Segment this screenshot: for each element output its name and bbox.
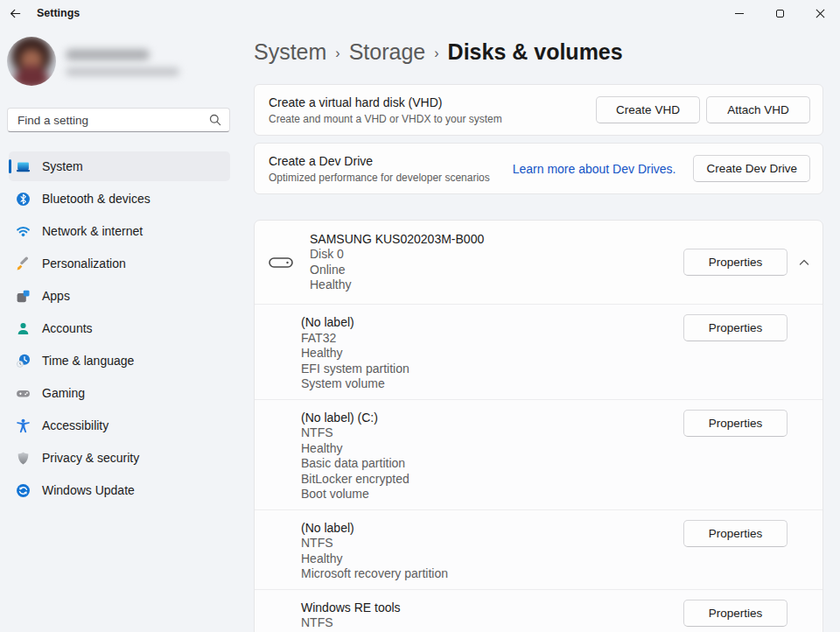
user-name-blurred bbox=[66, 49, 150, 60]
privacy-security-icon bbox=[16, 451, 31, 466]
window-title: Settings bbox=[37, 7, 80, 19]
window-controls bbox=[719, 0, 840, 26]
sidebar-item-label: Accounts bbox=[42, 321, 93, 335]
volume-properties-button[interactable]: Properties bbox=[683, 410, 788, 437]
gaming-icon bbox=[16, 386, 31, 401]
vhd-card-actions: Create VHD Attach VHD bbox=[596, 96, 810, 123]
sidebar-item-personalization[interactable]: Personalization bbox=[9, 249, 230, 278]
sidebar-item-label: Network & internet bbox=[42, 224, 143, 238]
volume-properties-button[interactable]: Properties bbox=[683, 520, 788, 547]
disk-name: SAMSUNG KUS020203M-B000 bbox=[310, 232, 484, 248]
accessibility-icon bbox=[16, 418, 31, 433]
sidebar: System Bluetooth & devices Network & int… bbox=[0, 26, 245, 632]
sidebar-nav: System Bluetooth & devices Network & int… bbox=[9, 151, 230, 508]
volume-detail: System volume bbox=[301, 376, 822, 392]
main-content: System › Storage › Disks & volumes Creat… bbox=[254, 26, 823, 632]
attach-vhd-button[interactable]: Attach VHD bbox=[706, 96, 810, 123]
volume-detail: Healthy bbox=[301, 441, 822, 457]
page-title: Disks & volumes bbox=[448, 39, 623, 65]
system-icon bbox=[16, 159, 31, 174]
user-email-blurred bbox=[66, 67, 179, 76]
sidebar-item-label: Personalization bbox=[42, 256, 126, 270]
breadcrumb-separator-icon: › bbox=[425, 46, 447, 61]
dev-drive-card-title: Create a Dev Drive bbox=[269, 154, 490, 168]
disk-detail: Disk 0 bbox=[310, 247, 484, 263]
dev-drive-learn-more-link[interactable]: Learn more about Dev Drives. bbox=[513, 162, 676, 176]
sidebar-item-system[interactable]: System bbox=[9, 151, 230, 181]
sidebar-item-time-language[interactable]: Time & language bbox=[9, 346, 230, 376]
sidebar-item-label: System bbox=[42, 159, 83, 173]
create-vhd-button[interactable]: Create VHD bbox=[596, 96, 700, 123]
disk-expander-card: SAMSUNG KUS020203M-B000 Disk 0 Online He… bbox=[254, 220, 823, 632]
dev-drive-card-text: Create a Dev Drive Optimized performance… bbox=[269, 154, 490, 184]
volume-properties-button[interactable]: Properties bbox=[683, 600, 788, 627]
time-language-icon bbox=[16, 354, 31, 369]
sidebar-item-gaming[interactable]: Gaming bbox=[9, 378, 230, 408]
sidebar-item-label: Windows Update bbox=[42, 483, 135, 497]
disk-detail: Healthy bbox=[310, 277, 484, 293]
sidebar-item-windows-update[interactable]: Windows Update bbox=[9, 475, 230, 505]
titlebar: Settings bbox=[0, 0, 840, 26]
settings-window: Settings System bbox=[0, 0, 840, 632]
accounts-icon bbox=[16, 321, 31, 336]
minimize-button[interactable] bbox=[719, 0, 760, 26]
search-input[interactable] bbox=[7, 108, 230, 132]
back-icon bbox=[9, 7, 22, 20]
breadcrumb: System › Storage › Disks & volumes bbox=[254, 39, 823, 65]
sidebar-item-bluetooth-devices[interactable]: Bluetooth & devices bbox=[9, 184, 230, 214]
volume-row-c-drive: (No label) (C:) NTFS Healthy Basic data … bbox=[255, 399, 822, 509]
disk-text: SAMSUNG KUS020203M-B000 Disk 0 Online He… bbox=[310, 232, 484, 293]
volume-detail: Microsoft recovery partition bbox=[301, 566, 822, 582]
sidebar-item-label: Time & language bbox=[42, 354, 134, 368]
close-icon bbox=[816, 9, 825, 18]
network-icon bbox=[16, 224, 31, 239]
user-profile[interactable] bbox=[7, 37, 234, 98]
vhd-card-text: Create a virtual hard disk (VHD) Create … bbox=[269, 95, 502, 125]
maximize-icon bbox=[776, 10, 784, 18]
volume-row-recovery: (No label) NTFS Healthy Microsoft recove… bbox=[255, 509, 822, 589]
breadcrumb-separator-icon: › bbox=[326, 46, 348, 61]
disk-header[interactable]: SAMSUNG KUS020203M-B000 Disk 0 Online He… bbox=[255, 221, 822, 304]
volume-detail: Healthy bbox=[301, 346, 822, 362]
avatar bbox=[7, 37, 56, 86]
dev-drive-card-actions: Learn more about Dev Drives. Create Dev … bbox=[513, 155, 810, 182]
vhd-card: Create a virtual hard disk (VHD) Create … bbox=[254, 84, 823, 136]
avatar-photo-blurred bbox=[7, 37, 56, 86]
create-dev-drive-button[interactable]: Create Dev Drive bbox=[693, 155, 810, 182]
chevron-up-icon[interactable] bbox=[797, 256, 811, 270]
sidebar-item-network-internet[interactable]: Network & internet bbox=[9, 216, 230, 246]
search-box bbox=[7, 108, 230, 132]
breadcrumb-storage[interactable]: Storage bbox=[349, 39, 426, 65]
disk-drive-icon bbox=[269, 256, 293, 270]
disk-detail: Online bbox=[310, 263, 484, 278]
volume-detail: EFI system partition bbox=[301, 362, 822, 377]
sidebar-item-label: Apps bbox=[42, 289, 70, 303]
volume-detail: Boot volume bbox=[301, 487, 822, 502]
dev-drive-card: Create a Dev Drive Optimized performance… bbox=[254, 143, 823, 194]
vhd-card-title: Create a virtual hard disk (VHD) bbox=[269, 95, 502, 109]
maximize-button[interactable] bbox=[760, 0, 800, 26]
selected-indicator bbox=[9, 159, 11, 173]
close-button[interactable] bbox=[800, 0, 840, 26]
sidebar-item-accessibility[interactable]: Accessibility bbox=[9, 411, 230, 440]
volume-detail: Basic data partition bbox=[301, 456, 822, 472]
volume-detail: Healthy bbox=[301, 551, 822, 567]
minimize-icon bbox=[735, 13, 744, 14]
volume-properties-button[interactable]: Properties bbox=[683, 314, 788, 341]
volume-row-efi: (No label) FAT32 Healthy EFI system part… bbox=[255, 304, 822, 399]
sidebar-item-label: Bluetooth & devices bbox=[42, 192, 150, 206]
volume-detail: BitLocker encrypted bbox=[301, 472, 822, 488]
bluetooth-icon bbox=[16, 192, 31, 207]
back-button[interactable] bbox=[0, 0, 30, 26]
sidebar-item-apps[interactable]: Apps bbox=[9, 281, 230, 311]
breadcrumb-system[interactable]: System bbox=[254, 39, 326, 65]
dev-drive-card-subtitle: Optimized performance for developer scen… bbox=[269, 172, 490, 184]
sidebar-item-accounts[interactable]: Accounts bbox=[9, 313, 230, 343]
sidebar-item-label: Privacy & security bbox=[42, 451, 139, 465]
sidebar-item-privacy-security[interactable]: Privacy & security bbox=[9, 443, 230, 473]
volume-row-windows-re: Windows RE tools NTFS Healthy Properties bbox=[255, 589, 822, 632]
sidebar-item-label: Accessibility bbox=[42, 418, 108, 432]
disk-properties-button[interactable]: Properties bbox=[683, 249, 788, 276]
personalization-icon bbox=[16, 256, 31, 271]
windows-update-icon bbox=[16, 483, 31, 498]
